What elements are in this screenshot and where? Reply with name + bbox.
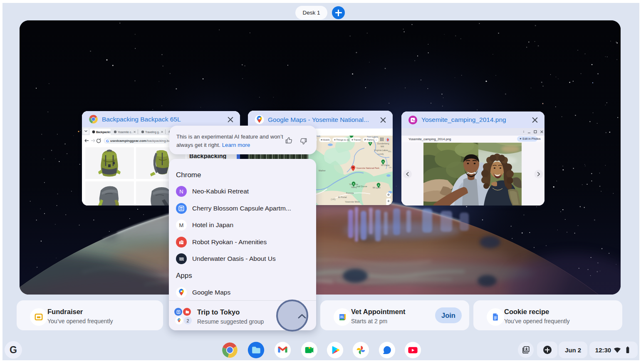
svg-text:›: ›: [376, 139, 376, 141]
svg-text:▲: ▲: [353, 183, 355, 185]
svg-text:(140): (140): [331, 198, 336, 201]
svg-text:Parking: Parking: [367, 139, 375, 141]
svg-text:Backpack..: Backpack..: [96, 131, 111, 134]
svg-text:Virginia Lakes: Virginia Lakes: [374, 149, 388, 151]
svg-text:✦ Edit in Photos: ✦ Edit in Photos: [520, 137, 541, 140]
svg-text:Things to do: Things to do: [336, 139, 349, 141]
svg-text:Yosemite_camping_2014.png: Yosemite_camping_2014.png: [408, 137, 451, 141]
svg-text:P: P: [364, 139, 366, 141]
svg-text:Transit: Transit: [354, 139, 361, 141]
svg-text:▲: ▲: [378, 184, 380, 186]
svg-text:Lundy: Lundy: [378, 153, 384, 155]
svg-text:G: G: [106, 139, 109, 143]
svg-text:▲: ▲: [382, 161, 384, 163]
svg-text:Yosemite West: Yosemite West: [345, 201, 360, 203]
svg-text:Mt Dana: Mt Dana: [381, 164, 389, 166]
svg-text:Yosemite National Park: Yosemite National Park: [356, 167, 379, 169]
svg-text:▲: ▲: [369, 142, 371, 144]
svg-text:31: 31: [340, 315, 343, 319]
svg-text:Mo..: Mo..: [388, 150, 392, 153]
svg-text:Yosemite c..: Yosemite c..: [118, 131, 133, 134]
svg-text:El Portal: El Portal: [338, 196, 346, 198]
svg-text:Traveling g..: Traveling g..: [145, 131, 160, 134]
svg-text:Hotels: Hotels: [323, 139, 330, 141]
svg-text:Mather: Mather: [319, 169, 326, 172]
svg-text:Half Dome: Half Dome: [356, 185, 367, 188]
svg-text:Foresta: Foresta: [346, 192, 354, 194]
svg-text:Dunderberg: Dunderberg: [377, 142, 389, 145]
svg-text:Mill: Mill: [381, 145, 384, 148]
